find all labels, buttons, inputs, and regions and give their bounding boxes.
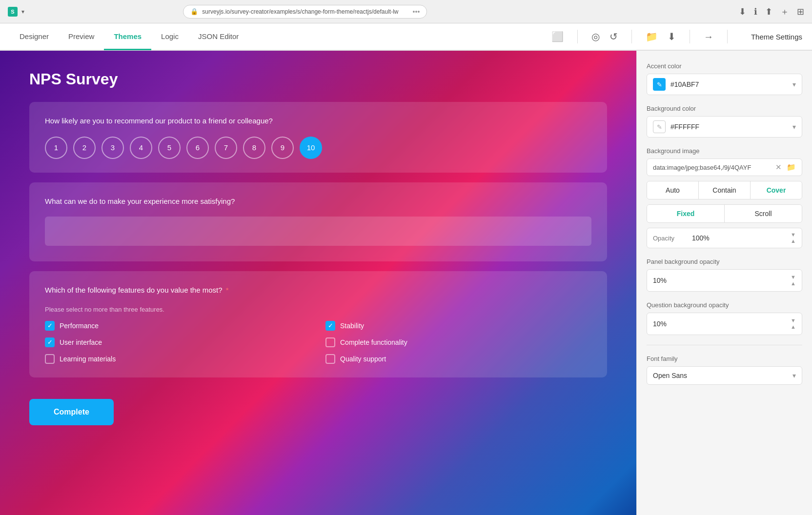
checkbox-performance-box[interactable]: ✓ (45, 321, 55, 331)
clear-image-icon[interactable]: ✕ (775, 163, 782, 172)
checkbox-stability-box[interactable]: ✓ (325, 321, 335, 331)
image-fit-contain[interactable]: Contain (699, 181, 751, 199)
checkbox-user-interface-box[interactable]: ✓ (45, 337, 55, 347)
rating-btn-3[interactable]: 3 (102, 137, 124, 159)
eyedropper-white-icon: ✎ (657, 123, 662, 131)
accent-color-value: #10ABF7 (670, 80, 788, 88)
browser-tab-icon: S (8, 7, 18, 17)
toolbar-icons: ⬜ ◎ ↺ 📁 ⬇ → Theme Settings (551, 30, 802, 43)
opacity-down-icon[interactable]: ▼ (791, 232, 796, 238)
checkbox-performance-label: Performance (60, 322, 99, 330)
browser-info-icon[interactable]: ℹ (754, 6, 757, 17)
tab-themes[interactable]: Themes (104, 24, 151, 50)
checkbox-learning-materials-box[interactable] (45, 354, 55, 364)
eye-off-icon[interactable]: ◎ (591, 31, 600, 42)
browser-actions: ⬇ ℹ ⬆ ＋ ⊞ (739, 6, 804, 18)
tab-logic[interactable]: Logic (151, 24, 188, 50)
theme-settings-button[interactable]: Theme Settings (751, 33, 802, 41)
rating-btn-5[interactable]: 5 (158, 137, 181, 159)
toolbar-divider-1 (577, 30, 578, 43)
accent-color-swatch: ✎ (653, 78, 666, 91)
complete-button[interactable]: Complete (29, 399, 114, 425)
url-bar[interactable]: 🔒 surveyjs.io/survey-creator/examples/s/… (183, 5, 427, 19)
opacity-value: 100% (692, 234, 791, 242)
arrow-right-icon[interactable]: → (704, 31, 713, 42)
background-color-group: Background color ✎ #FFFFFF ▾ (647, 105, 802, 138)
checkbox-user-interface[interactable]: ✓ User interface (45, 337, 311, 347)
checkbox-performance[interactable]: ✓ Performance (45, 321, 311, 331)
image-scroll-scroll[interactable]: Scroll (725, 205, 802, 222)
background-color-dropdown-icon[interactable]: ▾ (792, 123, 796, 131)
refresh-icon[interactable]: ↺ (609, 31, 618, 42)
settings-divider (647, 345, 802, 345)
image-scroll-fixed[interactable]: Fixed (647, 205, 725, 222)
download-icon[interactable]: ⬇ (668, 31, 676, 42)
checkbox-learning-materials[interactable]: Learning materials (45, 354, 311, 364)
tab-json-editor[interactable]: JSON Editor (188, 24, 248, 50)
app-toolbar: Designer Preview Themes Logic JSON Edito… (0, 23, 812, 51)
checkbox-quality-support-box[interactable] (325, 354, 335, 364)
checkbox-quality-support[interactable]: Quality support (325, 354, 591, 364)
checkbox-complete-functionality[interactable]: Complete functionality (325, 337, 591, 347)
rating-btn-9[interactable]: 9 (271, 137, 294, 159)
question-2-input[interactable] (45, 217, 591, 246)
question-3-hint: Please select no more than three feature… (45, 306, 591, 313)
browse-image-icon[interactable]: 📁 (787, 163, 796, 172)
rating-btn-1[interactable]: 1 (45, 137, 67, 159)
question-2-text: What can we do to make your experience m… (45, 196, 591, 207)
rating-btn-6[interactable]: 6 (186, 137, 209, 159)
checkbox-complete-functionality-box[interactable] (325, 337, 335, 347)
browser-sidebar-icon[interactable]: ⊞ (797, 6, 804, 17)
panel-opacity-up-icon[interactable]: ▲ (791, 281, 796, 286)
question-3-card: Which of the following features do you v… (29, 271, 607, 377)
accent-color-input[interactable]: ✎ #10ABF7 ▾ (647, 74, 802, 95)
accent-color-label: Accent color (647, 62, 802, 70)
image-fit-auto[interactable]: Auto (647, 181, 699, 199)
browser-download-icon[interactable]: ⬇ (739, 6, 746, 17)
font-family-value: Open Sans (653, 372, 792, 379)
rating-btn-4[interactable]: 4 (130, 137, 152, 159)
url-favicon: 🔒 (190, 8, 198, 15)
survey-area: NPS Survey How likely are you to recomme… (0, 51, 636, 515)
checkbox-complete-functionality-label: Complete functionality (340, 338, 407, 346)
panel-opacity-down-icon[interactable]: ▼ (791, 275, 796, 280)
browser-tab-dropdown-icon[interactable]: ▾ (21, 8, 24, 15)
question-opacity-up-icon[interactable]: ▲ (791, 324, 796, 330)
image-scroll-group: Fixed Scroll (647, 204, 802, 223)
checkmark-stability: ✓ (328, 322, 333, 329)
font-family-select[interactable]: Open Sans ▾ (647, 366, 802, 385)
checkbox-grid: ✓ Performance ✓ Stability ✓ User inte (45, 321, 591, 364)
question-3-text: Which of the following features do you v… (45, 285, 591, 296)
rating-btn-8[interactable]: 8 (243, 137, 265, 159)
checkbox-stability[interactable]: ✓ Stability (325, 321, 591, 331)
image-fit-group: Auto Contain Cover (647, 181, 802, 199)
image-action-icons: ✕ 📁 (775, 163, 796, 172)
checkbox-quality-support-label: Quality support (340, 355, 386, 363)
background-image-value: data:image/jpeg;base64,/9j/4QAYF (653, 164, 771, 171)
tab-preview[interactable]: Preview (59, 24, 104, 50)
checkmark-user-interface: ✓ (47, 338, 53, 346)
rating-btn-2[interactable]: 2 (73, 137, 96, 159)
accent-color-dropdown-icon[interactable]: ▾ (792, 80, 796, 88)
rating-btn-7[interactable]: 7 (215, 137, 237, 159)
monitor-icon[interactable]: ⬜ (551, 31, 564, 42)
rating-btn-10[interactable]: 10 (300, 137, 322, 159)
main-area: NPS Survey How likely are you to recomme… (0, 51, 812, 515)
question-opacity-down-icon[interactable]: ▼ (791, 318, 796, 323)
checkbox-stability-label: Stability (340, 322, 364, 330)
question-1-text: How likely are you to recommend our prod… (45, 116, 591, 127)
font-family-label: Font family (647, 355, 802, 362)
url-menu-icon[interactable]: ••• (413, 8, 420, 16)
browser-share-icon[interactable]: ⬆ (765, 6, 772, 17)
font-family-dropdown-icon[interactable]: ▾ (792, 372, 796, 379)
checkbox-user-interface-label: User interface (60, 338, 102, 346)
tab-designer[interactable]: Designer (10, 24, 59, 50)
question-bg-opacity-label: Question background opacity (647, 301, 802, 309)
background-color-input[interactable]: ✎ #FFFFFF ▾ (647, 116, 802, 138)
browser-addtab-icon[interactable]: ＋ (780, 6, 789, 18)
image-fit-cover[interactable]: Cover (751, 181, 802, 199)
question-bg-opacity-input: 10% ▼ ▲ (647, 313, 802, 335)
opacity-up-icon[interactable]: ▲ (791, 238, 796, 244)
folder-icon[interactable]: 📁 (646, 31, 658, 42)
panel-bg-opacity-group: Panel background opacity 10% ▼ ▲ (647, 258, 802, 292)
